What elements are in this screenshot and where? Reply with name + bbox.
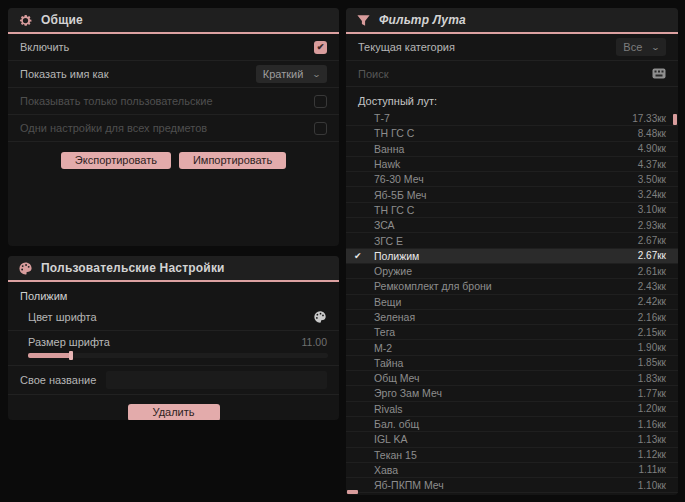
check-icon: ✔ — [354, 174, 370, 184]
font-color-label: Цвет шрифта — [28, 311, 97, 323]
loot-item-value: 3.50кк — [638, 174, 666, 185]
general-panel-title: Общие — [41, 13, 83, 27]
loot-item-name: Зеленая — [370, 311, 638, 323]
loot-list-item[interactable]: ✔ Hawk 4.37кк — [346, 157, 678, 172]
loot-item-name: Яб-5Б Меч — [370, 189, 638, 201]
horizontal-scrollbar-thumb[interactable] — [347, 490, 358, 494]
loot-filter-header: Фильтр Лута — [346, 8, 678, 34]
check-icon: ✔ — [354, 144, 370, 154]
loot-list-item[interactable]: ✔ Текан 15 1.12кк — [346, 448, 678, 463]
loot-item-value: 1.11кк — [639, 464, 666, 475]
color-picker-icon[interactable] — [313, 310, 327, 324]
loot-list-item[interactable]: ✔ IGL KA 1.13кк — [346, 432, 678, 447]
user-settings-panel: Пользовательские Настройки Полижим Цвет … — [8, 256, 339, 420]
font-size-row: Размер шрифта 11.00 — [8, 331, 339, 366]
general-panel: Общие Включить ✔ Показать имя как Кратки… — [8, 8, 339, 246]
loot-list-item[interactable]: ✔ 76-30 Меч 3.50кк — [346, 172, 678, 187]
loot-item-name: Эрго Зам Меч — [370, 387, 638, 399]
loot-list-item[interactable]: ✔ ЗГС Е 2.67кк — [346, 233, 678, 248]
loot-item-value: 2.93кк — [638, 220, 666, 231]
loot-list-item[interactable]: ✔ М-2 1.90кк — [346, 340, 678, 355]
enable-checkbox[interactable]: ✔ — [314, 41, 327, 54]
loot-item-value: 8.48кк — [638, 128, 666, 139]
loot-item-name: Текан 15 — [370, 449, 638, 461]
font-size-slider[interactable] — [28, 353, 328, 358]
only-custom-checkbox — [314, 95, 327, 108]
check-icon: ✔ — [354, 312, 370, 322]
gear-icon — [18, 13, 33, 28]
loot-item-value: 1.12кк — [638, 449, 666, 460]
check-icon: ✔ — [354, 358, 370, 368]
vertical-scrollbar-thumb[interactable] — [673, 114, 677, 125]
loot-item-name: ЗСА — [370, 219, 638, 231]
loot-item-value: 4.37кк — [638, 159, 666, 170]
available-loot-label: Доступный лут: — [346, 87, 678, 111]
check-icon: ✔ — [354, 327, 370, 337]
loot-item-name: Оружие — [370, 265, 638, 277]
check-icon: ✔ — [354, 480, 370, 490]
keyboard-icon[interactable] — [652, 68, 666, 79]
selected-item-name: Полижим — [8, 282, 339, 304]
loot-list-item[interactable]: ✔ Хава 1.11кк — [346, 463, 678, 478]
check-icon: ✔ — [354, 251, 370, 261]
loot-item-value: 1.85кк — [638, 357, 666, 368]
delete-button[interactable]: Удалить — [128, 404, 220, 420]
loot-list: ✔ Т-7 17.33кк ✔ ТН ГС С 8.48кк ✔ Ванна 4… — [346, 111, 678, 493]
loot-item-value: 1.20кк — [638, 403, 666, 414]
loot-list-item[interactable]: ✔ Т-7 17.33кк — [346, 111, 678, 126]
delete-row: Удалить — [8, 395, 339, 420]
loot-list-item[interactable]: ✔ Полижим 2.67кк — [346, 249, 678, 264]
show-name-label: Показать имя как — [20, 68, 109, 80]
loot-item-value: 2.67кк — [638, 235, 666, 246]
enable-row: Включить ✔ — [8, 34, 339, 61]
loot-list-item[interactable]: ✔ ТН ГС С 3.10кк — [346, 203, 678, 218]
enable-label: Включить — [20, 41, 69, 53]
loot-list-item[interactable]: ✔ Зеленая 2.16кк — [346, 310, 678, 325]
export-button[interactable]: Экспортировать — [61, 152, 171, 169]
loot-list-item[interactable]: ✔ Общ Меч 1.83кк — [346, 371, 678, 386]
loot-item-name: Hawk — [370, 158, 638, 170]
check-icon: ✔ — [354, 434, 370, 444]
loot-list-item[interactable]: ✔ Яб-5Б Меч 3.24кк — [346, 187, 678, 202]
loot-list-item[interactable]: ✔ Ремкомплект для брони 2.43кк — [346, 279, 678, 294]
check-icon: ✔ — [354, 236, 370, 246]
export-import-row: Экспортировать Импортировать — [8, 142, 339, 177]
custom-name-row: Свое название — [8, 366, 339, 395]
loot-list-item[interactable]: ✔ ТН ГС С 8.48кк — [346, 126, 678, 141]
loot-list-item[interactable]: ✔ Бал. общ 1.16кк — [346, 417, 678, 432]
loot-list-item[interactable]: ✔ ЗСА 2.93кк — [346, 218, 678, 233]
check-icon: ✔ — [354, 465, 370, 475]
loot-list-item[interactable]: ✔ Тега 2.15кк — [346, 325, 678, 340]
loot-list-item[interactable]: ✔ Оружие 2.61кк — [346, 264, 678, 279]
loot-list-item[interactable]: ✔ Яб-ПКПМ Меч 1.10кк — [346, 478, 678, 493]
check-icon: ✔ — [354, 128, 370, 138]
loot-list-item[interactable]: ✔ Rivals 1.20кк — [346, 402, 678, 417]
slider-fill — [28, 353, 72, 358]
same-settings-row: Одни настройки для всех предметов — [8, 115, 339, 142]
loot-list-item[interactable]: ✔ Эрго Зам Меч 1.77кк — [346, 386, 678, 401]
loot-item-value: 4.90кк — [638, 143, 666, 154]
loot-list-item[interactable]: ✔ Ванна 4.90кк — [346, 142, 678, 157]
loot-item-value: 2.43кк — [638, 281, 666, 292]
loot-item-name: Вещи — [370, 296, 638, 308]
import-button[interactable]: Импортировать — [179, 152, 286, 169]
custom-name-input[interactable] — [106, 371, 327, 389]
loot-item-name: Ванна — [370, 143, 638, 155]
category-dropdown[interactable]: Все ⌄ — [616, 38, 666, 56]
loot-list-item[interactable]: ✔ Вещи 2.42кк — [346, 295, 678, 310]
show-name-dropdown-value: Краткий — [263, 68, 304, 80]
check-icon: ✔ — [354, 419, 370, 429]
category-dropdown-value: Все — [623, 41, 642, 53]
loot-item-name: Общ Меч — [370, 372, 638, 384]
loot-item-value: 1.13кк — [638, 434, 666, 445]
search-input[interactable] — [358, 65, 652, 83]
slider-thumb[interactable] — [69, 351, 73, 360]
loot-list-item[interactable]: ✔ Тайна 1.85кк — [346, 356, 678, 371]
show-name-dropdown[interactable]: Краткий ⌄ — [256, 65, 327, 83]
loot-item-name: ТН ГС С — [370, 204, 638, 216]
only-custom-row: Показывать только пользовательские — [8, 88, 339, 115]
search-row — [346, 61, 678, 87]
font-size-label: Размер шрифта — [28, 336, 110, 348]
general-panel-header: Общие — [8, 8, 339, 34]
same-settings-checkbox — [314, 122, 327, 135]
